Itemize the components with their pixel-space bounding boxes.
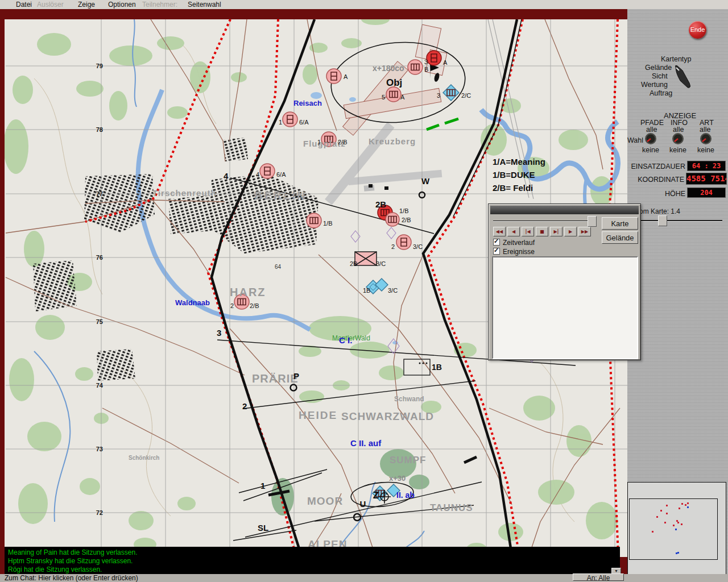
marker-ci: C I. [339,335,352,345]
svg-text:2: 2 [391,243,395,250]
chat-recipient-button[interactable]: An: Alle [573,573,624,581]
svg-text:72: 72 [96,509,103,516]
svg-text:2/B: 2/B [338,139,348,146]
svg-text:3: 3 [424,59,428,65]
menu-seitenwahl[interactable]: Seitenwahl [188,1,221,9]
svg-text:4: 4 [256,171,259,178]
marker-2b: 2B [375,199,386,209]
einsatzdauer-label: EINSATZDAUER [627,163,685,171]
ereignisse-checkbox[interactable] [493,248,500,255]
zoom-karte-label: om Karte: 1.4 [639,207,680,215]
ereignisse-label: Ereignisse [503,248,535,256]
marker-1b: 1B [432,363,442,372]
phase-3: 3 [217,328,221,338]
svg-text:1/B: 1/B [323,220,333,227]
anzeige-knobs [644,132,718,146]
replay-panel: ◀◀ ◀ |◀ ■ ▶| ▶ ▶▶ Karte Gelände Zeitverl… [488,203,641,360]
unit-icon-friendly[interactable] [396,235,411,250]
svg-text:77: 77 [96,190,103,197]
status-bar: Zum Chat: Hier klicken (oder Enter drück… [0,574,728,582]
menu-teilnehmer: Teilnehmer: [142,1,177,9]
kartentyp-option-sicht[interactable]: Sicht [652,72,668,80]
chat-message: Meaning of Pain hat die Sitzung verlasse… [8,548,137,556]
svg-text:2: 2 [230,302,234,309]
place-label: SUMPF [390,455,427,465]
menu-optionen[interactable]: Optionen [108,1,136,9]
unit-icon-friendly[interactable] [307,213,321,228]
svg-text:6/A: 6/A [299,119,309,126]
art-knob[interactable] [700,133,712,144]
karte-button[interactable]: Karte [602,217,638,230]
unit-icon-friendly[interactable] [408,60,423,74]
play-button[interactable]: ▶ [564,227,577,236]
marker-w: W [421,176,430,186]
place-label: Waldnaab [175,298,210,307]
replay-panel-titlebar[interactable] [490,206,639,214]
zoom-slider-track[interactable] [637,220,722,221]
unit-icon-friendly[interactable] [326,69,341,84]
replay-slider-handle[interactable] [588,216,597,227]
forward-fast-button[interactable]: ▶▶ [578,227,591,236]
kartentyp-option-auftrag[interactable]: Auftrag [650,89,672,97]
unit-icon-friendly[interactable] [386,87,401,102]
unit-icon-friendly[interactable] [283,112,297,127]
phase-4: 4 [224,171,229,181]
svg-text:1/B: 1/B [399,207,409,214]
minimap[interactable] [627,482,726,579]
kartentyp-option-gelaende[interactable]: Gelände [645,64,672,72]
koordinate-display: 4585 7514 [686,173,727,185]
ende-button[interactable]: Ende [689,21,706,39]
svg-text:3/C: 3/C [376,260,386,267]
play-reverse-button[interactable]: ◀ [507,227,520,236]
svg-text:76: 76 [96,254,103,261]
pfade-knob[interactable] [645,133,656,144]
kartentyp-knob-pointer[interactable] [672,64,698,95]
svg-text:2/C: 2/C [461,92,471,99]
event-listbox[interactable] [492,256,638,359]
place-label: SCHWARZWALD [341,410,434,422]
zoom-slider-handle[interactable] [658,215,667,226]
place-label: HARZ [230,286,266,298]
place-label: Schwand [394,395,424,403]
unit-icon-friendly[interactable] [386,213,399,226]
unit-icon-friendly[interactable] [260,164,275,178]
svg-text:73: 73 [96,446,103,452]
sidebar: Ende Kartentyp Gelände Sicht Wertung Auf… [627,9,728,582]
step-forward-button[interactable]: ▶| [550,227,562,236]
koordinate-label: KOORDINATE [627,176,684,184]
svg-text:2/B: 2/B [250,302,259,309]
replay-slider-track[interactable] [493,221,597,221]
svg-text:1: 1 [317,139,321,146]
menu-bar: Datei Auslöser Zeige Optionen Teilnehmer… [0,0,728,10]
anzeige-wahl-label: Wahl [627,136,643,144]
unit-icon-friendly-active[interactable] [427,51,441,65]
info-knob[interactable] [672,133,684,144]
place-label: Schönkirch [129,455,159,461]
kartentyp-option-wertung[interactable]: Wertung [641,81,668,89]
phase-1: 1 [260,481,265,490]
svg-text:1B: 1B [363,287,370,294]
chat-messages-box[interactable]: Meaning of Pain hat die Sitzung verlasse… [5,547,620,574]
hill-label: 64 [275,264,282,270]
hoehe-display: 204 [687,188,726,198]
chat-message: Rögi hat die Sitzung verlassen. [8,566,102,573]
stop-button[interactable]: ■ [536,227,548,236]
unit-icon-company[interactable] [355,252,377,265]
menu-zeige[interactable]: Zeige [78,1,95,9]
gelaende-button[interactable]: Gelände [602,231,638,244]
place-label: HEIDE [299,409,337,421]
svg-text:A: A [443,59,448,66]
step-back-button[interactable]: |◀ [522,227,534,236]
menu-datei[interactable]: Datei [16,1,32,9]
anzeige-pfade-keine: keine [642,146,659,154]
place-label: TAUNUS [430,502,473,513]
svg-text:2/B: 2/B [402,217,411,223]
chat-prompt[interactable]: Zum Chat: Hier klicken (oder Enter drück… [5,574,138,582]
svg-text:79: 79 [96,63,103,69]
assignment-2b: 2/B= Feldi [493,183,533,193]
anzeige-art-keine: keine [697,146,714,154]
rewind-fast-button[interactable]: ◀◀ [493,227,506,236]
svg-text:A: A [344,73,348,80]
zeitverlauf-checkbox[interactable] [493,239,500,246]
app-window: Datei Auslöser Zeige Optionen Teilnehmer… [0,0,728,582]
